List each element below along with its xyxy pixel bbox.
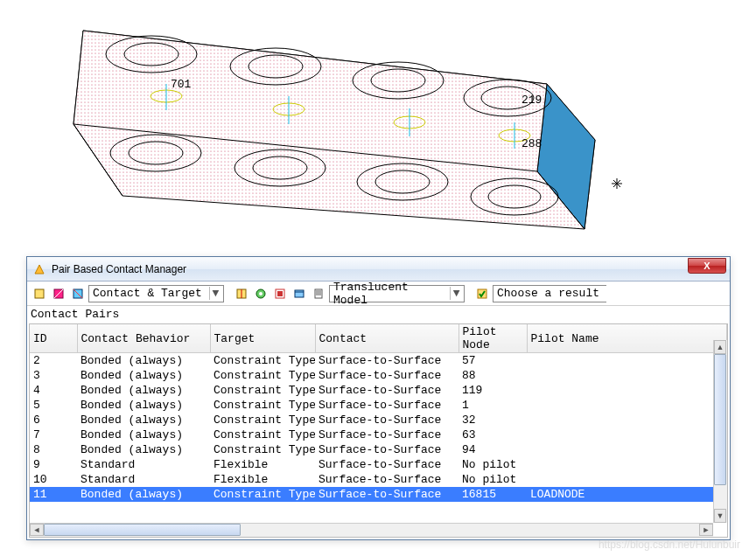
cell-pn: 32	[458, 413, 527, 427]
cell-beh: Bonded (always)	[77, 368, 210, 383]
svg-rect-45	[295, 290, 304, 297]
cell-pn: 119	[458, 383, 527, 398]
scroll-down-arrow[interactable]: ▼	[714, 509, 726, 523]
cell-id: 11	[30, 487, 77, 502]
cell-con: Surface-to-Surface	[315, 427, 458, 442]
cell-id: 2	[30, 353, 77, 368]
table-row[interactable]: 3Bonded (always)Constraint TypeSurface-t…	[30, 368, 727, 383]
cell-id: 3	[30, 368, 77, 383]
close-button[interactable]: X	[688, 258, 726, 274]
contact-pairs-table[interactable]: ID Contact Behavior Target Contact Pilot…	[30, 324, 727, 502]
cell-beh: Bonded (always)	[77, 353, 210, 368]
col-id[interactable]: ID	[30, 324, 77, 353]
cell-id: 10	[30, 472, 77, 487]
cell-con: Surface-to-Surface	[315, 398, 458, 413]
cell-tgt: Constraint Type	[210, 427, 315, 442]
grid-wrap: ID Contact Behavior Target Contact Pilot…	[29, 323, 728, 538]
col-pilot-name[interactable]: Pilot Name	[527, 324, 727, 353]
cell-tgt: Constraint Type	[210, 398, 315, 413]
cell-id: 8	[30, 442, 77, 457]
table-row[interactable]: 2Bonded (always)Constraint TypeSurface-t…	[30, 353, 727, 368]
cell-pname	[527, 368, 727, 383]
cell-id: 5	[30, 398, 77, 413]
table-row[interactable]: 6Bonded (always)Constraint TypeSurface-t…	[30, 413, 727, 427]
toolbar-btn-8[interactable]	[310, 285, 327, 302]
svg-point-42	[259, 292, 262, 295]
combo-display-mode[interactable]: Translucent Model▼	[329, 285, 465, 302]
combo-contact-target[interactable]: Contact & Target▼	[88, 285, 224, 302]
svg-rect-44	[277, 291, 283, 296]
contact-manager-dialog: Pair Based Contact Manager X Contact & T…	[26, 256, 731, 540]
cell-beh: Bonded (always)	[77, 487, 210, 502]
table-row[interactable]: 7Bonded (always)Constraint TypeSurface-t…	[30, 427, 727, 442]
toolbar-btn-4[interactable]	[233, 285, 250, 302]
toolbar-btn-6[interactable]	[271, 285, 289, 302]
toolbar-btn-2[interactable]	[50, 285, 67, 302]
cell-tgt: Flexible	[210, 472, 315, 487]
cell-beh: Bonded (always)	[77, 398, 210, 413]
cell-pn: No pilot	[458, 457, 527, 472]
cell-pn: 94	[458, 442, 527, 457]
cell-pn: 57	[458, 353, 527, 368]
toolbar-btn-9[interactable]	[473, 285, 491, 302]
table-row[interactable]: 10StandardFlexibleSurface-to-SurfaceNo p…	[30, 472, 727, 487]
cell-tgt: Constraint Type	[210, 413, 315, 427]
title-bar[interactable]: Pair Based Contact Manager X	[27, 257, 730, 281]
toolbar-btn-5[interactable]	[252, 285, 270, 302]
vertical-scrollbar[interactable]: ▲ ▼	[713, 340, 727, 523]
table-row[interactable]: 4Bonded (always)Constraint TypeSurface-t…	[30, 383, 727, 398]
cell-id: 4	[30, 383, 77, 398]
cell-tgt: Constraint Type	[210, 442, 315, 457]
cell-id: 7	[30, 427, 77, 442]
cell-pname	[527, 353, 727, 368]
col-pilot-node[interactable]: Pilot Node	[458, 324, 527, 353]
cell-tgt: Constraint Type	[210, 487, 315, 502]
toolbar-btn-3[interactable]	[69, 285, 87, 302]
scroll-right-arrow[interactable]: ►	[699, 524, 713, 536]
cell-pname	[527, 442, 727, 457]
toolbar-btn-7[interactable]	[290, 285, 308, 302]
table-header-row[interactable]: ID Contact Behavior Target Contact Pilot…	[30, 324, 727, 353]
cell-beh: Standard	[77, 472, 210, 487]
cell-pname	[527, 398, 727, 413]
combo-result[interactable]: Choose a result	[493, 285, 606, 302]
cell-con: Surface-to-Surface	[315, 353, 458, 368]
cell-pn: 63	[458, 427, 527, 442]
cell-con: Surface-to-Surface	[315, 413, 458, 427]
cell-beh: Bonded (always)	[77, 427, 210, 442]
horizontal-scrollbar[interactable]: ◄ ►	[30, 523, 713, 537]
col-behavior[interactable]: Contact Behavior	[77, 324, 210, 353]
app-icon	[32, 262, 46, 276]
cell-con: Surface-to-Surface	[315, 487, 458, 502]
cell-pn: 16815	[458, 487, 527, 502]
cell-tgt: Constraint Type	[210, 353, 315, 368]
cell-pname	[527, 472, 727, 487]
cell-pn: No pilot	[458, 472, 527, 487]
cell-pname	[527, 427, 727, 442]
cell-tgt: Constraint Type	[210, 368, 315, 383]
table-row[interactable]: 9StandardFlexibleSurface-to-SurfaceNo pi…	[30, 457, 727, 472]
toolbar-btn-1[interactable]	[31, 285, 48, 302]
marker-star	[612, 178, 622, 189]
cell-pname	[527, 413, 727, 427]
col-contact[interactable]: Contact	[315, 324, 458, 353]
model-label-701: 701	[171, 78, 192, 91]
cell-pn: 1	[458, 398, 527, 413]
scroll-left-arrow[interactable]: ◄	[30, 524, 44, 536]
col-target[interactable]: Target	[210, 324, 315, 353]
cell-pname	[527, 383, 727, 398]
model-viewport[interactable]: 701 219 288	[0, 0, 756, 255]
table-row[interactable]: 11Bonded (always)Constraint TypeSurface-…	[30, 487, 727, 502]
cell-pn: 88	[458, 368, 527, 383]
scroll-up-arrow[interactable]: ▲	[714, 340, 726, 354]
cell-beh: Bonded (always)	[77, 413, 210, 427]
table-row[interactable]: 8Bonded (always)Constraint TypeSurface-t…	[30, 442, 727, 457]
table-row[interactable]: 5Bonded (always)Constraint TypeSurface-t…	[30, 398, 727, 413]
cell-tgt: Constraint Type	[210, 383, 315, 398]
cell-con: Surface-to-Surface	[315, 457, 458, 472]
dialog-title: Pair Based Contact Manager	[52, 263, 688, 275]
section-label: Contact Pairs	[27, 306, 730, 322]
hscroll-thumb[interactable]	[44, 524, 241, 536]
vscroll-thumb[interactable]	[714, 354, 726, 485]
cell-tgt: Flexible	[210, 457, 315, 472]
